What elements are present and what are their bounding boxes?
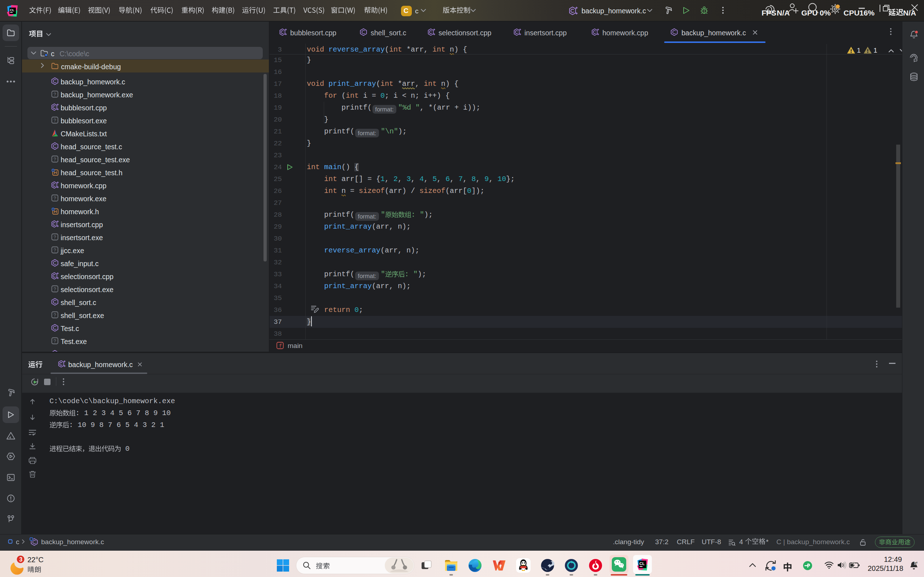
svg-text:?: ? (53, 234, 56, 240)
svg-text:?: ? (53, 247, 56, 253)
svg-text:?: ? (53, 286, 56, 292)
svg-text:f: f (279, 343, 282, 349)
svg-text:?: ? (53, 92, 56, 97)
svg-text:?: ? (53, 118, 56, 123)
svg-text:z: z (916, 561, 918, 564)
svg-text:CL: CL (640, 561, 645, 566)
svg-text:?: ? (53, 338, 56, 344)
svg-text:3: 3 (19, 556, 23, 562)
svg-text:?: ? (53, 156, 56, 162)
svg-text:?: ? (53, 195, 56, 201)
svg-text:?: ? (53, 312, 56, 318)
